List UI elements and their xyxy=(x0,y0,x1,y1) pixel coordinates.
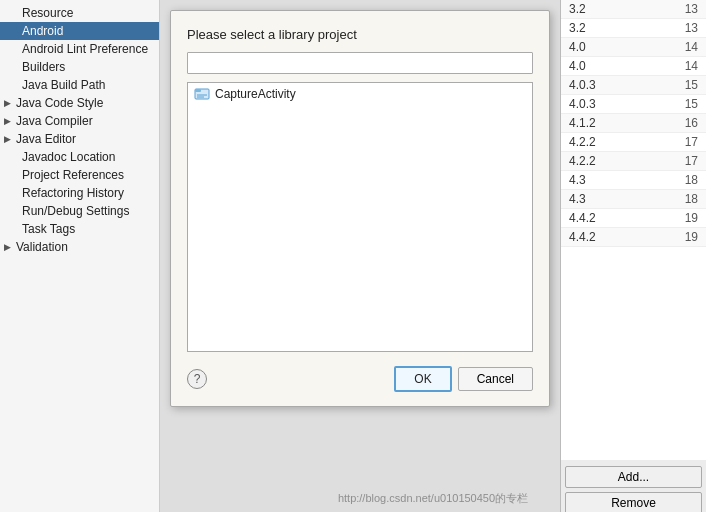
sidebar-arrow-icon: ▶ xyxy=(4,134,14,144)
table-row: 4.0.315 xyxy=(561,76,706,95)
dialog-search-input[interactable] xyxy=(187,52,533,74)
right-table-panel: 3.2133.2134.0144.0144.0.3154.0.3154.1.21… xyxy=(560,0,706,460)
version-cell: 3.2 xyxy=(561,0,647,19)
version-cell: 4.1.2 xyxy=(561,114,647,133)
sidebar-item-java-compiler[interactable]: ▶Java Compiler xyxy=(0,112,159,130)
version-cell: 4.3 xyxy=(561,190,647,209)
sidebar-arrow-icon: ▶ xyxy=(4,116,14,126)
sidebar-item-builders[interactable]: Builders xyxy=(0,58,159,76)
sidebar-item-label: Refactoring History xyxy=(22,186,124,200)
api-cell: 15 xyxy=(647,76,706,95)
dialog-overlay: Please select a library project CaptureA… xyxy=(160,0,560,512)
table-row: 4.318 xyxy=(561,190,706,209)
sidebar-item-javadoc-location[interactable]: Javadoc Location xyxy=(0,148,159,166)
api-cell: 18 xyxy=(647,190,706,209)
sidebar-item-project-references[interactable]: Project References xyxy=(0,166,159,184)
sidebar: ResourceAndroidAndroid Lint PreferenceBu… xyxy=(0,0,160,512)
sidebar-item-label: Project References xyxy=(22,168,124,182)
ok-button[interactable]: OK xyxy=(394,366,451,392)
api-cell: 13 xyxy=(647,0,706,19)
table-row: 4.2.217 xyxy=(561,133,706,152)
api-cell: 17 xyxy=(647,152,706,171)
api-cell: 14 xyxy=(647,57,706,76)
dialog: Please select a library project CaptureA… xyxy=(170,10,550,407)
table-row: 3.213 xyxy=(561,0,706,19)
table-row: 3.213 xyxy=(561,19,706,38)
add-button[interactable]: Add... xyxy=(565,466,702,488)
sidebar-item-task-tags[interactable]: Task Tags xyxy=(0,220,159,238)
sidebar-item-validation[interactable]: ▶Validation xyxy=(0,238,159,256)
version-cell: 3.2 xyxy=(561,19,647,38)
sidebar-item-java-editor[interactable]: ▶Java Editor xyxy=(0,130,159,148)
sidebar-item-android[interactable]: Android xyxy=(0,22,159,40)
sidebar-item-label: Validation xyxy=(16,240,68,254)
svg-rect-1 xyxy=(195,89,201,92)
version-cell: 4.0 xyxy=(561,38,647,57)
dialog-list-item[interactable]: CaptureActivity xyxy=(188,83,532,105)
table-row: 4.014 xyxy=(561,38,706,57)
sidebar-item-label: Java Code Style xyxy=(16,96,103,110)
sidebar-item-label: Android xyxy=(22,24,63,38)
api-cell: 19 xyxy=(647,228,706,247)
table-row: 4.318 xyxy=(561,171,706,190)
table-row: 4.4.219 xyxy=(561,209,706,228)
api-cell: 17 xyxy=(647,133,706,152)
sidebar-item-android-lint-preference[interactable]: Android Lint Preference xyxy=(0,40,159,58)
sidebar-item-label: Java Compiler xyxy=(16,114,93,128)
version-cell: 4.3 xyxy=(561,171,647,190)
sidebar-arrow-icon: ▶ xyxy=(4,242,14,252)
sidebar-item-java-code-style[interactable]: ▶Java Code Style xyxy=(0,94,159,112)
api-cell: 13 xyxy=(647,19,706,38)
api-cell: 15 xyxy=(647,95,706,114)
version-cell: 4.4.2 xyxy=(561,228,647,247)
dialog-title: Please select a library project xyxy=(187,27,533,42)
sidebar-item-label: Builders xyxy=(22,60,65,74)
dialog-list-item-label: CaptureActivity xyxy=(215,87,296,101)
sidebar-item-label: Java Build Path xyxy=(22,78,105,92)
sidebar-item-label: Task Tags xyxy=(22,222,75,236)
dialog-list[interactable]: CaptureActivity xyxy=(187,82,533,352)
table-row: 4.2.217 xyxy=(561,152,706,171)
sidebar-arrow-icon: ▶ xyxy=(4,98,14,108)
sidebar-item-label: Run/Debug Settings xyxy=(22,204,129,218)
api-table: 3.2133.2134.0144.0144.0.3154.0.3154.1.21… xyxy=(561,0,706,247)
sidebar-item-resource[interactable]: Resource xyxy=(0,4,159,22)
sidebar-item-java-build-path[interactable]: Java Build Path xyxy=(0,76,159,94)
sidebar-item-label: Javadoc Location xyxy=(22,150,115,164)
cancel-button[interactable]: Cancel xyxy=(458,367,533,391)
sidebar-item-label: Java Editor xyxy=(16,132,76,146)
sidebar-item-label: Resource xyxy=(22,6,73,20)
api-cell: 14 xyxy=(647,38,706,57)
api-cell: 16 xyxy=(647,114,706,133)
table-row: 4.0.315 xyxy=(561,95,706,114)
api-cell: 19 xyxy=(647,209,706,228)
api-cell: 18 xyxy=(647,171,706,190)
project-icon xyxy=(194,86,210,102)
version-cell: 4.0 xyxy=(561,57,647,76)
version-cell: 4.4.2 xyxy=(561,209,647,228)
dialog-footer: ? OK Cancel xyxy=(187,366,533,392)
table-row: 4.1.216 xyxy=(561,114,706,133)
table-row: 4.014 xyxy=(561,57,706,76)
version-cell: 4.0.3 xyxy=(561,95,647,114)
help-button[interactable]: ? xyxy=(187,369,207,389)
sidebar-item-label: Android Lint Preference xyxy=(22,42,148,56)
version-cell: 4.2.2 xyxy=(561,133,647,152)
sidebar-item-refactoring-history[interactable]: Refactoring History xyxy=(0,184,159,202)
table-row: 4.4.219 xyxy=(561,228,706,247)
sidebar-item-run/debug-settings[interactable]: Run/Debug Settings xyxy=(0,202,159,220)
version-cell: 4.0.3 xyxy=(561,76,647,95)
version-cell: 4.2.2 xyxy=(561,152,647,171)
